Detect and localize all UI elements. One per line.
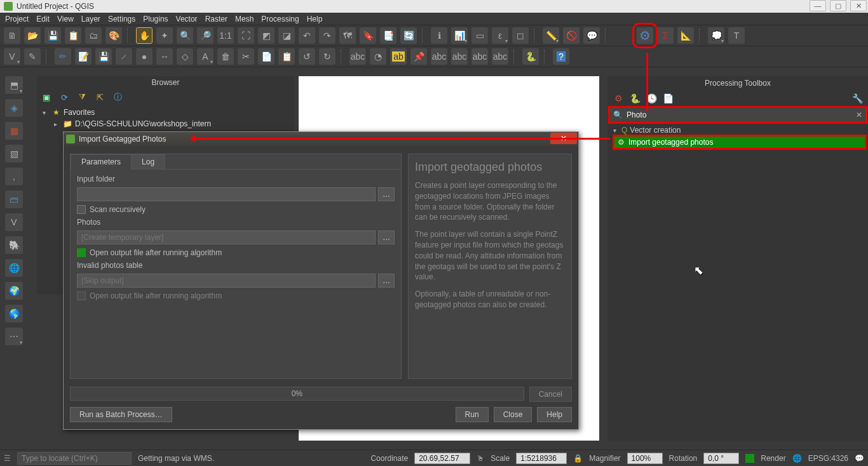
magnifier-field[interactable] <box>627 453 663 464</box>
refresh-icon[interactable]: 🔄 <box>400 27 417 44</box>
rotation-field[interactable] <box>703 453 739 464</box>
cut-features-icon[interactable]: ✂ <box>238 48 254 65</box>
properties-icon[interactable]: ⓘ <box>112 91 123 103</box>
style-manager-icon[interactable]: 🎨 <box>105 27 122 44</box>
save-project-icon[interactable]: 💾 <box>44 27 61 44</box>
modify-attributes-icon[interactable]: A <box>197 48 214 65</box>
select-by-expression-icon[interactable]: ε <box>492 27 508 44</box>
add-feature-icon[interactable]: ● <box>136 48 153 65</box>
add-vector-layer-icon[interactable]: V <box>4 48 20 65</box>
scale-lock-icon[interactable]: 🔒 <box>573 454 583 463</box>
copy-features-icon[interactable]: 📄 <box>258 48 275 65</box>
identify-icon[interactable]: ℹ <box>431 27 447 44</box>
menu-settings[interactable]: Settings <box>108 15 135 23</box>
favorites-node[interactable]: ▾ ★ Favorites <box>39 107 292 118</box>
open-data-source-icon[interactable]: ⬒ <box>5 76 23 94</box>
deselect-icon[interactable]: ◻ <box>512 27 529 44</box>
menu-layer[interactable]: Layer <box>81 15 100 23</box>
current-edits-icon[interactable]: ✏ <box>55 48 71 65</box>
menu-project[interactable]: Project <box>5 15 29 23</box>
digitize-icon[interactable]: ⟋ <box>116 48 132 65</box>
select-features-icon[interactable]: ▭ <box>471 27 488 44</box>
close-button[interactable]: Close <box>494 407 532 422</box>
help-button[interactable]: Help <box>537 407 572 422</box>
maximize-button[interactable]: ▢ <box>830 0 846 11</box>
add-postgis-icon[interactable]: 🐘 <box>5 236 23 254</box>
scan-recursively-check[interactable]: Scan recursively <box>77 205 395 214</box>
help-icon[interactable]: ? <box>553 48 569 65</box>
browse-invalid-button[interactable]: … <box>378 274 395 288</box>
toggle-extents-icon[interactable]: 🖱 <box>477 454 484 463</box>
add-wfs-icon[interactable]: 🌎 <box>5 305 23 323</box>
processing-toolbox-button[interactable]: ⚙ <box>637 27 653 44</box>
options-icon[interactable]: 🔧 <box>851 93 863 104</box>
model-icon[interactable]: ⚙ <box>613 93 624 104</box>
menu-vector[interactable]: Vector <box>176 15 198 23</box>
minimize-button[interactable]: — <box>810 0 826 11</box>
pan-to-selection-icon[interactable]: ✦ <box>156 27 173 44</box>
map-tips-icon[interactable]: 💬 <box>583 27 600 44</box>
favorite-path-node[interactable]: ▸ 📁 D:\QGIS-SCHULUNG\workshops_intern <box>39 118 292 130</box>
move-label-icon[interactable]: abc <box>451 48 468 65</box>
redo-icon[interactable]: ↻ <box>319 48 336 65</box>
zoom-layer-icon[interactable]: ◪ <box>278 27 295 44</box>
open-after-check-1[interactable]: Open output file after running algorithm <box>77 248 395 257</box>
tab-log[interactable]: Log <box>131 154 165 169</box>
pin-label-icon[interactable]: 📌 <box>410 48 427 65</box>
show-bookmarks-icon[interactable]: 📑 <box>380 27 397 44</box>
menu-help[interactable]: Help <box>307 15 323 23</box>
import-geotagged-photos-item[interactable]: ⚙ Import geotagged photos <box>614 136 865 149</box>
more-sources-icon[interactable]: ⋯ <box>5 328 23 345</box>
clear-search-icon[interactable]: ✕ <box>856 110 862 119</box>
results-icon[interactable]: 📄 <box>662 93 674 104</box>
python-console-icon[interactable]: 🐍 <box>522 48 539 65</box>
zoom-native-icon[interactable]: 1:1 <box>217 27 234 44</box>
crs-icon[interactable]: 🌐 <box>792 454 802 463</box>
add-wcs-icon[interactable]: 🌍 <box>5 282 23 300</box>
zoom-out-icon[interactable]: 🔎 <box>197 27 214 44</box>
render-checkbox[interactable] <box>745 454 754 463</box>
menu-edit[interactable]: Edit <box>36 15 50 23</box>
menu-mesh[interactable]: Mesh <box>235 15 254 23</box>
undo-icon[interactable]: ↺ <box>299 48 315 65</box>
new-geopackage-icon[interactable]: ◈ <box>5 99 23 117</box>
toggle-editing-icon[interactable]: 📝 <box>75 48 92 65</box>
zoom-last-icon[interactable]: ↶ <box>299 27 315 44</box>
input-folder-field[interactable] <box>77 187 376 201</box>
add-wms-icon[interactable]: 🌐 <box>5 259 23 277</box>
new-layer-icon[interactable]: ✎ <box>24 48 41 65</box>
new-project-icon[interactable]: 🗎 <box>4 27 20 44</box>
filter-browser-icon[interactable]: ⧩ <box>76 91 88 103</box>
add-virtual-icon[interactable]: V <box>5 213 23 231</box>
show-label-icon[interactable]: abc <box>431 48 447 65</box>
menu-processing[interactable]: Processing <box>261 15 299 23</box>
zoom-selection-icon[interactable]: ◩ <box>258 27 275 44</box>
browse-photos-button[interactable]: … <box>378 230 395 244</box>
new-map-view-icon[interactable]: 🗺 <box>339 27 356 44</box>
invalid-photos-field[interactable] <box>77 274 376 288</box>
messages-icon[interactable]: ☰ <box>4 454 11 463</box>
vertex-tool-icon[interactable]: ◇ <box>177 48 193 65</box>
add-mesh-icon[interactable]: ▧ <box>5 145 23 163</box>
new-bookmark-icon[interactable]: 🔖 <box>360 27 376 44</box>
menu-raster[interactable]: Raster <box>205 15 227 23</box>
menu-view[interactable]: View <box>57 15 74 23</box>
zoom-next-icon[interactable]: ↷ <box>319 27 336 44</box>
tab-parameters[interactable]: Parameters <box>71 154 132 170</box>
delete-selected-icon[interactable]: 🗑 <box>217 48 234 65</box>
locator-input[interactable]: Type to locate (Ctrl+K) <box>17 452 132 465</box>
open-attribute-table-icon[interactable]: 📊 <box>451 27 468 44</box>
crs-label[interactable]: EPSG:4326 <box>808 454 848 463</box>
run-batch-button[interactable]: Run as Batch Process… <box>70 407 172 422</box>
annotation-icon[interactable]: 💭 <box>708 27 724 44</box>
scale-field[interactable] <box>516 453 567 464</box>
zoom-full-icon[interactable]: ⛶ <box>238 27 254 44</box>
collapse-all-icon[interactable]: ⇱ <box>94 91 105 103</box>
menu-plugins[interactable]: Plugins <box>143 15 168 23</box>
add-spatialite-icon[interactable]: 🗃 <box>5 190 23 208</box>
add-raster-icon[interactable]: ▦ <box>5 122 23 140</box>
add-layer-icon[interactable]: ▣ <box>41 91 52 103</box>
measure-line-icon[interactable]: 📐 <box>677 27 694 44</box>
toolbox-category[interactable]: ▾ Q Vector creation <box>610 124 865 136</box>
refresh-browser-icon[interactable]: ⟳ <box>58 91 70 103</box>
